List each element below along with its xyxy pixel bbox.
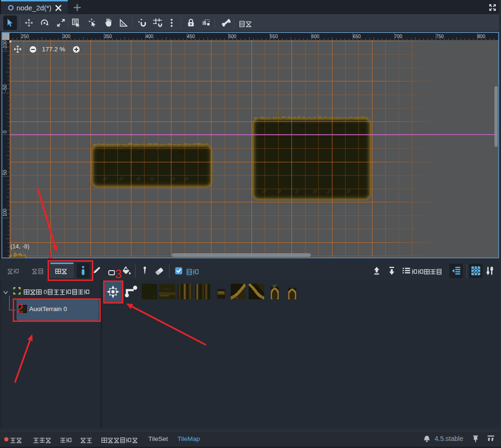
svg-text:650: 650 — [353, 34, 361, 39]
svg-text:400: 400 — [145, 34, 154, 39]
svg-text:450: 450 — [187, 34, 195, 39]
svg-text:700: 700 — [395, 34, 403, 39]
svg-text:600: 600 — [311, 34, 319, 39]
svg-text:350: 350 — [104, 34, 112, 39]
svg-text:500: 500 — [228, 34, 236, 39]
svg-text:250: 250 — [21, 34, 29, 39]
svg-text:800: 800 — [477, 34, 485, 39]
svg-text:550: 550 — [270, 34, 278, 39]
svg-text:750: 750 — [436, 34, 444, 39]
svg-text:300: 300 — [63, 34, 71, 39]
